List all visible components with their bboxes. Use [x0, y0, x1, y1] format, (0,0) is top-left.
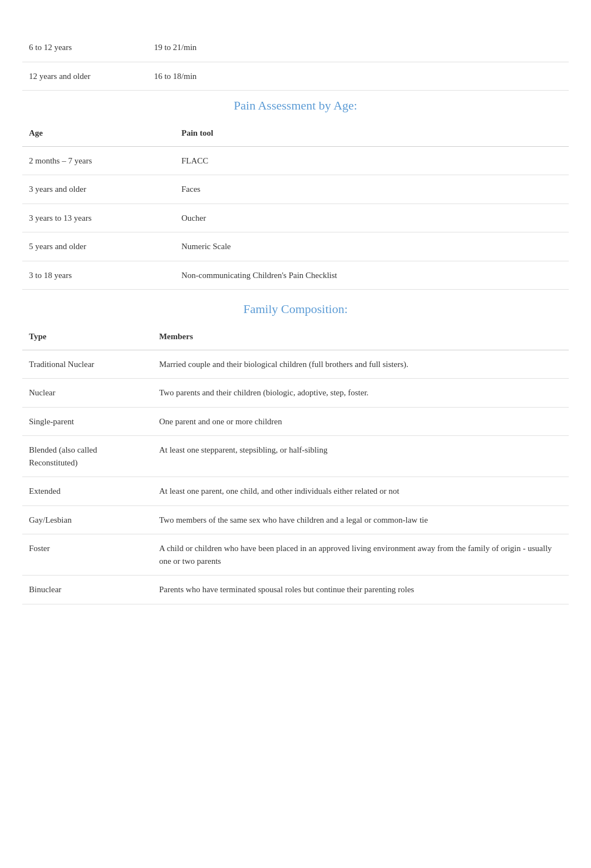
family-members-cell: At least one stepparent, stepsibling, or…	[152, 436, 569, 477]
top-rate-cell: 19 to 21/min	[147, 33, 569, 62]
family-type-cell: Gay/Lesbian	[22, 505, 152, 534]
family-members-cell: Two parents and their children (biologic…	[152, 379, 569, 408]
family-type-cell: Nuclear	[22, 379, 152, 408]
family-table: Type Members Traditional Nuclear Married…	[22, 324, 569, 604]
pain-tool-cell: Faces	[175, 175, 569, 204]
pain-age-cell: 2 months – 7 years	[22, 146, 175, 175]
family-col-members-header: Members	[152, 324, 569, 350]
pain-table-row: 3 to 18 years Non-communicating Children…	[22, 261, 569, 290]
family-table-row: Binuclear Parents who have terminated sp…	[22, 576, 569, 604]
pain-age-cell: 5 years and older	[22, 232, 175, 261]
pain-table: Age Pain tool 2 months – 7 years FLACC 3…	[22, 120, 569, 290]
top-table-row: 12 years and older 16 to 18/min	[22, 62, 569, 91]
pain-table-row: 3 years to 13 years Oucher	[22, 204, 569, 232]
family-col-type-header: Type	[22, 324, 152, 350]
top-table-row: 6 to 12 years 19 to 21/min	[22, 33, 569, 62]
family-type-cell: Single-parent	[22, 407, 152, 436]
family-table-row: Blended (also called Reconstituted) At l…	[22, 436, 569, 477]
pain-section-title: Pain Assessment by Age:	[22, 96, 569, 115]
family-table-row: Nuclear Two parents and their children (…	[22, 379, 569, 408]
family-table-row: Single-parent One parent and one or more…	[22, 407, 569, 436]
family-type-cell: Foster	[22, 534, 152, 576]
family-table-row: Gay/Lesbian Two members of the same sex …	[22, 505, 569, 534]
family-table-row: Extended At least one parent, one child,…	[22, 477, 569, 506]
top-age-cell: 12 years and older	[22, 62, 147, 91]
family-members-cell: A child or children who have been placed…	[152, 534, 569, 576]
family-members-cell: One parent and one or more children	[152, 407, 569, 436]
pain-age-cell: 3 years to 13 years	[22, 204, 175, 232]
family-members-cell: Married couple and their biological chil…	[152, 350, 569, 379]
family-table-row: Foster A child or children who have been…	[22, 534, 569, 576]
family-section-title: Family Composition:	[22, 300, 569, 318]
top-rate-cell: 16 to 18/min	[147, 62, 569, 91]
pain-tool-cell: Oucher	[175, 204, 569, 232]
family-members-cell: Parents who have terminated spousal role…	[152, 576, 569, 604]
pain-age-cell: 3 years and older	[22, 175, 175, 204]
pain-tool-cell: Non-communicating Children's Pain Checkl…	[175, 261, 569, 290]
family-type-cell: Binuclear	[22, 576, 152, 604]
pain-table-row: 3 years and older Faces	[22, 175, 569, 204]
family-type-cell: Extended	[22, 477, 152, 506]
pain-col-tool-header: Pain tool	[175, 120, 569, 146]
pain-table-row: 5 years and older Numeric Scale	[22, 232, 569, 261]
pain-tool-cell: FLACC	[175, 146, 569, 175]
family-table-row: Traditional Nuclear Married couple and t…	[22, 350, 569, 379]
family-type-cell: Blended (also called Reconstituted)	[22, 436, 152, 477]
pain-col-age-header: Age	[22, 120, 175, 146]
pain-table-row: 2 months – 7 years FLACC	[22, 146, 569, 175]
pain-age-cell: 3 to 18 years	[22, 261, 175, 290]
top-table: 6 to 12 years 19 to 21/min 12 years and …	[22, 33, 569, 91]
family-members-cell: Two members of the same sex who have chi…	[152, 505, 569, 534]
family-type-cell: Traditional Nuclear	[22, 350, 152, 379]
pain-tool-cell: Numeric Scale	[175, 232, 569, 261]
top-age-cell: 6 to 12 years	[22, 33, 147, 62]
page: 6 to 12 years 19 to 21/min 12 years and …	[0, 0, 591, 868]
family-members-cell: At least one parent, one child, and othe…	[152, 477, 569, 506]
